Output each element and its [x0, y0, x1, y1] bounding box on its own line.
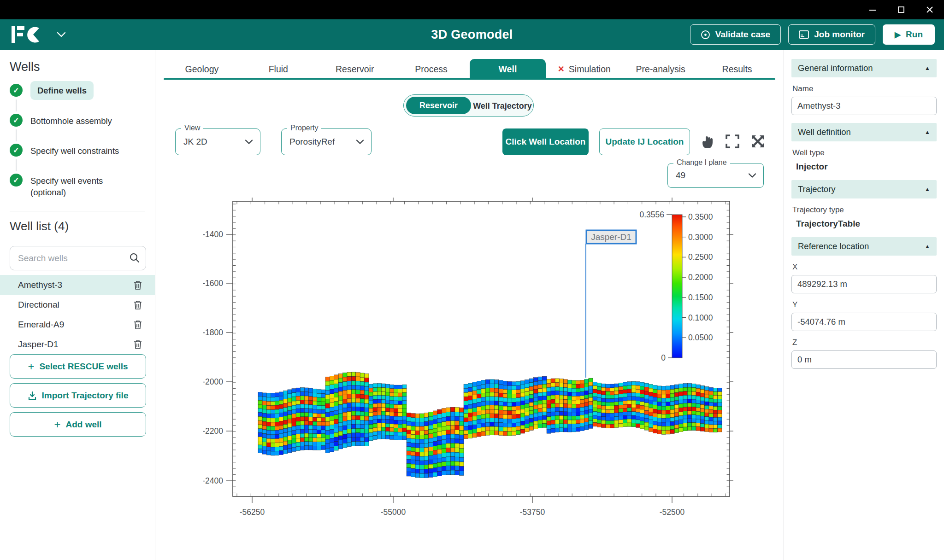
step-well-constraints[interactable]: ✓ Specify well constraints [10, 143, 148, 173]
collapse-icon: ▲ [925, 186, 930, 192]
delete-well-icon[interactable] [133, 320, 142, 330]
update-ij-location-button[interactable]: Update IJ Location [599, 128, 690, 155]
search-icon [129, 252, 140, 263]
section-label: General information [798, 63, 873, 73]
y-label: Y [792, 300, 937, 309]
step-define-wells[interactable]: ✓ Define wells [10, 83, 148, 113]
click-well-location-button[interactable]: Click Well Location [502, 128, 589, 155]
section-trajectory[interactable]: Trajectory ▲ [791, 180, 937, 198]
tab-process[interactable]: Process [393, 59, 470, 79]
plus-icon: + [28, 360, 34, 373]
validate-case-button[interactable]: Validate case [690, 24, 781, 45]
well-row-jasper-d1[interactable]: Jasper-D1 [0, 334, 155, 354]
add-well-button[interactable]: + Add well [10, 412, 146, 437]
svg-text:0.2000: 0.2000 [688, 273, 713, 282]
chevron-down-icon [748, 173, 756, 178]
tab-label: Geology [185, 59, 219, 79]
step-label: Specify well constraints [30, 143, 119, 157]
close-icon [926, 6, 933, 13]
section-label: Reference location [798, 241, 869, 251]
workflow-steps: ✓ Define wells ✓ Bottomhole assembly ✓ S… [10, 83, 148, 203]
property-dropdown[interactable]: Property PorosityRef [281, 128, 372, 155]
well-row-amethyst-3[interactable]: Amethyst-3 [0, 275, 155, 295]
well-name: Jasper-D1 [18, 339, 59, 350]
section-label: Trajectory [798, 184, 836, 194]
select-rescue-wells-button[interactable]: + Select RESCUE wells [10, 354, 146, 379]
svg-text:0: 0 [661, 353, 666, 362]
delete-well-icon[interactable] [133, 300, 142, 310]
svg-text:-2000: -2000 [203, 377, 223, 386]
sidebar-title: Wells [10, 60, 40, 74]
y-field[interactable] [791, 313, 937, 331]
view-dropdown[interactable]: View JK 2D [175, 128, 260, 155]
window-close-button[interactable] [915, 0, 944, 19]
trajectory-type-value: TrajectoryTable [796, 219, 937, 229]
wells-sidebar: Wells ✓ Define wells ✓ Bottomhole assemb… [0, 50, 155, 560]
svg-text:-53750: -53750 [520, 508, 545, 517]
fullscreen-icon[interactable] [726, 134, 739, 148]
well-list-title: Well list (4) [10, 219, 69, 233]
change-i-plane-value: 49 [676, 170, 685, 181]
name-field[interactable] [791, 97, 937, 115]
window-title-bar [0, 0, 944, 19]
well-type-value: Injector [796, 162, 937, 172]
change-i-plane-dropdown[interactable]: Change I plane 49 [667, 163, 764, 188]
tab-label: Results [722, 59, 752, 79]
import-trajectory-button[interactable]: Import Trajectory file [10, 383, 146, 408]
reservoir-cross-section-plot[interactable]: -1400-1600-1800-2000-2200-2400-56250-550… [203, 196, 747, 518]
step-complete-icon: ✓ [10, 114, 23, 127]
chevron-down-icon [356, 140, 364, 145]
tab-label: Pre-analysis [636, 59, 685, 79]
minimize-icon [869, 6, 876, 13]
well-row-emerald-a9[interactable]: Emerald-A9 [0, 315, 155, 334]
tab-underline [164, 78, 775, 80]
step-well-events[interactable]: ✓ Specify well events (optional) [10, 173, 148, 203]
well-list: Amethyst-3 Directional Emerald-A9 Jasper… [0, 275, 155, 354]
tab-geology[interactable]: Geology [164, 59, 240, 79]
tab-well[interactable]: Well [470, 59, 546, 79]
delete-well-icon[interactable] [133, 339, 142, 350]
window-maximize-button[interactable] [887, 0, 915, 19]
tab-reservoir[interactable]: Reservoir [317, 59, 393, 79]
select-rescue-label: Select RESCUE wells [39, 362, 128, 372]
main-tabs: Geology Fluid Reservoir Process Well ✕ S… [164, 59, 775, 79]
section-well-definition[interactable]: Well definition ▲ [791, 123, 937, 141]
svg-text:-1400: -1400 [203, 230, 223, 239]
x-field[interactable] [791, 275, 937, 293]
view-label: View [181, 124, 203, 132]
toggle-well-trajectory[interactable]: Well Trajectory [473, 95, 532, 117]
svg-text:0.1000: 0.1000 [688, 313, 713, 322]
svg-text:-56250: -56250 [240, 508, 265, 517]
tab-results[interactable]: Results [699, 59, 775, 79]
step-bottomhole-assembly[interactable]: ✓ Bottomhole assembly [10, 113, 148, 143]
pan-hand-icon[interactable] [701, 134, 714, 149]
step-complete-icon: ✓ [10, 144, 23, 157]
tab-label: Process [415, 59, 447, 79]
tab-label: Reservoir [336, 59, 374, 79]
svg-text:0.3556: 0.3556 [639, 210, 664, 219]
tab-pre-analysis[interactable]: Pre-analysis [622, 59, 699, 79]
toggle-reservoir[interactable]: Reservoir [406, 97, 471, 114]
well-row-directional[interactable]: Directional [0, 295, 155, 315]
view-value: JK 2D [183, 137, 207, 147]
play-icon: ▶ [895, 30, 901, 40]
job-monitor-button[interactable]: Job monitor [788, 24, 875, 45]
section-label: Well definition [798, 127, 851, 137]
import-trajectory-label: Import Trajectory file [42, 391, 129, 401]
run-button[interactable]: ▶ Run [883, 24, 935, 45]
svg-text:0.3000: 0.3000 [688, 233, 713, 242]
expand-arrows-icon[interactable] [750, 134, 765, 149]
plot-toolbar [701, 134, 765, 149]
delete-well-icon[interactable] [133, 280, 142, 290]
tab-fluid[interactable]: Fluid [240, 59, 317, 79]
tab-label: Simulation [569, 59, 611, 79]
svg-text:-1800: -1800 [203, 328, 223, 337]
window-minimize-button[interactable] [858, 0, 887, 19]
search-input[interactable] [10, 246, 146, 270]
job-monitor-label: Job monitor [814, 29, 865, 40]
tab-simulation[interactable]: ✕ Simulation [546, 59, 622, 79]
section-reference-location[interactable]: Reference location ▲ [791, 237, 937, 256]
z-field[interactable] [791, 350, 937, 369]
well-name: Emerald-A9 [18, 320, 64, 330]
section-general-information[interactable]: General information ▲ [791, 59, 937, 77]
